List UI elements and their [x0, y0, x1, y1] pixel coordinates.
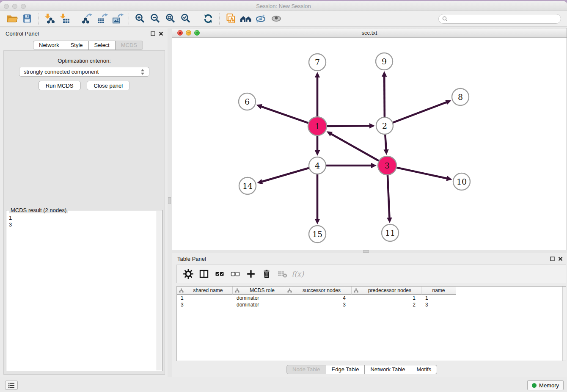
- splitter-handle[interactable]: [363, 250, 369, 253]
- deselect-all-rows-button[interactable]: [227, 267, 243, 281]
- tab-style[interactable]: Style: [65, 41, 89, 50]
- task-history-button[interactable]: [5, 381, 18, 390]
- criterion-label: Optimization criterion:: [4, 58, 165, 64]
- graph-edge-1-6[interactable]: [261, 106, 309, 123]
- tab-select[interactable]: Select: [89, 41, 116, 50]
- memory-status-dot: [532, 383, 537, 388]
- tab-network[interactable]: Network: [33, 41, 65, 50]
- tab-motifs[interactable]: Motifs: [411, 365, 438, 374]
- cell-name[interactable]: 3: [421, 301, 456, 308]
- node-label-6: 6: [245, 97, 250, 106]
- graph-edge-3-10[interactable]: [396, 167, 448, 179]
- open-session-button[interactable]: [4, 12, 19, 25]
- criterion-value: strongly connected component: [24, 69, 99, 75]
- mcds-result-list[interactable]: 13: [9, 215, 156, 370]
- horizontal-splitter[interactable]: [172, 250, 567, 253]
- graph-edge-3-1[interactable]: [330, 134, 380, 162]
- select-all-rows-button[interactable]: [212, 267, 227, 281]
- cell-MCDS-role[interactable]: dominator: [233, 295, 285, 301]
- graph-edge-3-11[interactable]: [388, 174, 390, 218]
- table-toolbar: f(x): [176, 265, 566, 283]
- memory-button[interactable]: Memory: [527, 380, 564, 390]
- graph-edge-4-14[interactable]: [261, 168, 310, 182]
- export-table-icon: [97, 13, 108, 24]
- add-column-button[interactable]: [243, 267, 259, 281]
- import-table-button[interactable]: [57, 12, 72, 25]
- control-panel-close-button[interactable]: [159, 31, 163, 36]
- zoom-fit-button[interactable]: [163, 12, 178, 25]
- zoom-in-button[interactable]: [132, 12, 148, 25]
- export-table-button[interactable]: [95, 12, 110, 25]
- float-icon: [151, 31, 155, 36]
- node-label-1: 1: [315, 121, 320, 131]
- cell-MCDS-role[interactable]: dominator: [233, 301, 285, 308]
- delete-table-button[interactable]: [274, 267, 290, 281]
- zoom-out-button[interactable]: [148, 12, 163, 25]
- tab-edge-table[interactable]: Edge Table: [326, 365, 365, 374]
- column-header-name[interactable]: name: [421, 287, 456, 295]
- vertical-splitter[interactable]: [168, 28, 172, 377]
- column-header-shared-name[interactable]: shared name: [177, 287, 233, 295]
- tab-mcds[interactable]: MCDS: [116, 41, 143, 50]
- cell-successor-nodes[interactable]: 4: [285, 295, 352, 301]
- import-network-button[interactable]: [42, 12, 57, 25]
- table-panel-close-button[interactable]: [558, 257, 563, 261]
- edge-arrowhead: [371, 163, 377, 168]
- mcds-result-box: MCDS result (2 nodes) 13: [6, 210, 162, 371]
- export-network-icon: [82, 13, 93, 24]
- table-panel-tabs: Node TableEdge TableNetwork TableMotifs: [286, 365, 437, 374]
- criterion-select[interactable]: strongly connected component: [19, 67, 149, 77]
- graph-edge-1-2[interactable]: [326, 126, 370, 126]
- function-builder-button[interactable]: f(x): [290, 267, 306, 281]
- control-panel-title: Control Panel: [6, 30, 39, 37]
- graph-edge-2-3[interactable]: [385, 133, 386, 150]
- show-details-button[interactable]: [269, 12, 284, 25]
- zoom-selected-button[interactable]: [178, 12, 193, 25]
- attribute-type-icon: [287, 288, 292, 293]
- cell-name[interactable]: 1: [421, 295, 456, 301]
- cell-predecessor-nodes[interactable]: 1: [352, 295, 421, 301]
- control-panel-float-button[interactable]: [151, 31, 155, 36]
- zoom-out-icon: [150, 13, 161, 24]
- column-header-predecessor-nodes[interactable]: predecessor nodes: [352, 287, 421, 295]
- clone-network-icon: [225, 13, 236, 24]
- edge-arrowhead: [315, 150, 320, 156]
- apply-layout-button[interactable]: [201, 12, 216, 25]
- network-canvas[interactable]: 7968124314101511: [172, 38, 567, 250]
- splitter-handle[interactable]: [168, 197, 171, 204]
- clone-network-button[interactable]: [223, 12, 238, 25]
- table-panel-float-button[interactable]: [550, 257, 555, 261]
- mcds-result-scrollbar[interactable]: [157, 211, 162, 370]
- control-panel-tabs-row: NetworkStyleSelectMCDS: [0, 41, 168, 50]
- close-panel-button[interactable]: Close panel: [87, 81, 130, 90]
- table-row[interactable]: 3dominator323: [177, 301, 566, 308]
- toolbar-separator: [38, 13, 39, 25]
- search-input[interactable]: [450, 16, 557, 22]
- cell-shared-name[interactable]: 3: [177, 301, 233, 308]
- graph-edge-2-9[interactable]: [384, 76, 385, 118]
- show-all-networks-button[interactable]: [238, 12, 253, 25]
- export-network-button[interactable]: [80, 12, 95, 25]
- export-image-button[interactable]: [110, 12, 125, 25]
- tab-node-table[interactable]: Node Table: [286, 365, 326, 374]
- edge-arrowhead: [369, 123, 375, 128]
- cell-successor-nodes[interactable]: 3: [285, 301, 352, 308]
- column-header-MCDS-role[interactable]: MCDS role: [233, 287, 285, 295]
- save-session-button[interactable]: [19, 12, 35, 25]
- delete-columns-button[interactable]: [259, 267, 274, 281]
- run-mcds-button[interactable]: Run MCDS: [39, 81, 81, 90]
- column-settings-button[interactable]: [180, 267, 196, 281]
- network-graph[interactable]: 7968124314101511: [172, 38, 567, 250]
- close-icon: [558, 257, 563, 261]
- table-row[interactable]: 1dominator411: [177, 295, 566, 301]
- cell-shared-name[interactable]: 1: [177, 295, 233, 301]
- table-header-row: shared nameMCDS rolesuccessor nodesprede…: [177, 287, 566, 295]
- cell-predecessor-nodes[interactable]: 2: [352, 301, 421, 308]
- column-label: predecessor nodes: [358, 287, 421, 293]
- hide-details-button[interactable]: [253, 12, 269, 25]
- column-selector-button[interactable]: [196, 267, 212, 281]
- table-scrollbar[interactable]: [562, 287, 566, 361]
- column-header-successor-nodes[interactable]: successor nodes: [285, 287, 352, 295]
- tab-network-table[interactable]: Network Table: [365, 365, 411, 374]
- graph-edge-2-8[interactable]: [392, 102, 447, 123]
